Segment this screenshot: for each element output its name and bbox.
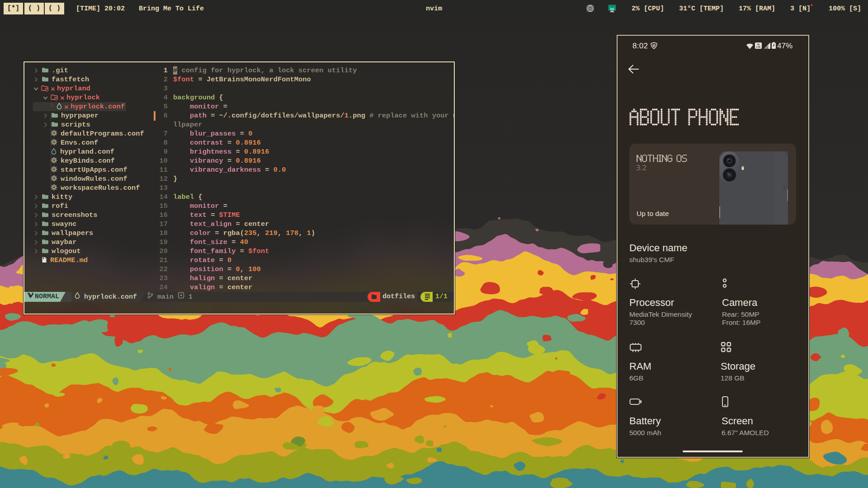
svg-text:LTE: LTE — [756, 46, 761, 48]
